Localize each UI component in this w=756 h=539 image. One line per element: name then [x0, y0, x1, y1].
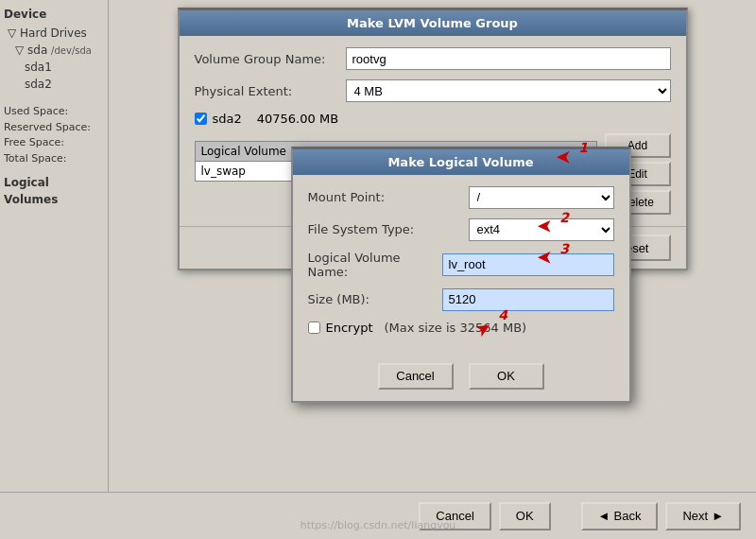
encrypt-row: Encrypt (Max size is 32564 MB) — [308, 321, 614, 335]
sidebar: Device ▽ Hard Drives ▽ sda /dev/sda sda1… — [0, 0, 109, 492]
back-arrow-icon: ◄ — [598, 509, 610, 523]
used-space-label: Used Space: — [4, 104, 104, 120]
total-space-label: Total Space: — [4, 151, 104, 167]
sidebar-hard-drives[interactable]: ▽ Hard Drives — [4, 25, 104, 42]
pv-row: sda2 40756.00 MB — [195, 112, 671, 126]
sda2-label: sda2 — [213, 112, 242, 126]
main-cancel-button[interactable]: Cancel — [419, 502, 490, 530]
lvm-dialog-title: Make LVM Volume Group — [180, 10, 686, 36]
next-arrow-icon: ► — [712, 509, 724, 523]
mlv-dialog-title: Make Logical Volume — [293, 149, 629, 175]
pe-label: Physical Extent: — [195, 84, 346, 98]
mlv-dialog-buttons: Cancel OK — [293, 356, 629, 401]
mlv-ok-button[interactable]: OK — [469, 363, 544, 390]
mount-point-label: Mount Point: — [308, 190, 469, 204]
mlv-dialog-body: Mount Point: / File System Type: ext4 Lo… — [293, 175, 629, 356]
encrypt-label: Encrypt — [326, 321, 373, 335]
pe-select[interactable]: 4 MB — [346, 79, 671, 102]
encrypt-checkbox[interactable] — [308, 322, 320, 334]
bottom-bar: Cancel OK ◄ Back Next ► — [0, 492, 756, 539]
fs-type-label: File System Type: — [308, 222, 469, 236]
size-row: Size (MB): — [308, 288, 614, 311]
vg-name-row: Volume Group Name: — [195, 47, 671, 70]
mount-point-select[interactable]: / — [469, 186, 614, 209]
main-ok-button[interactable]: OK — [499, 502, 551, 530]
sidebar-sda1[interactable]: sda1 — [4, 59, 104, 76]
mlv-cancel-button[interactable]: Cancel — [378, 363, 454, 390]
size-input[interactable] — [442, 288, 614, 311]
lv-name-input[interactable] — [442, 253, 614, 276]
sidebar-device-header: Device — [4, 8, 104, 21]
lv-section-label: Logical Volumes — [4, 174, 104, 208]
sidebar-info: Used Space: Reserved Space: Free Space: … — [4, 104, 104, 208]
lv-name-row: Logical Volume Name: — [308, 251, 614, 279]
mount-point-row: Mount Point: / — [308, 186, 614, 209]
mlv-dialog: Make Logical Volume Mount Point: / File … — [291, 147, 631, 403]
fs-type-select[interactable]: ext4 — [469, 218, 614, 241]
max-size-text: (Max size is 32564 MB) — [385, 321, 527, 335]
sda2-checkbox[interactable] — [195, 113, 207, 125]
fs-type-row: File System Type: ext4 — [308, 218, 614, 241]
size-label: Size (MB): — [308, 292, 442, 306]
sda2-size: 40756.00 MB — [257, 112, 338, 126]
back-button[interactable]: ◄ Back — [581, 502, 659, 530]
reserved-space-label: Reserved Space: — [4, 120, 104, 136]
sidebar-sda[interactable]: ▽ sda /dev/sda — [4, 42, 104, 59]
next-button[interactable]: Next ► — [665, 502, 741, 530]
free-space-label: Free Space: — [4, 135, 104, 151]
lv-name-label: Logical Volume Name: — [308, 251, 442, 279]
vg-name-label: Volume Group Name: — [195, 52, 346, 66]
pe-row: Physical Extent: 4 MB — [195, 79, 671, 102]
main-window: Device ▽ Hard Drives ▽ sda /dev/sda sda1… — [0, 0, 756, 539]
vg-name-input[interactable] — [346, 47, 671, 70]
sidebar-sda2[interactable]: sda2 — [4, 76, 104, 93]
